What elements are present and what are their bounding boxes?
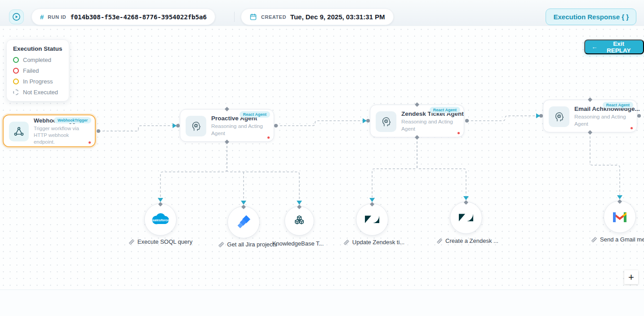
tool-hatch-icon: [343, 239, 350, 246]
tool-node-jira[interactable]: [227, 206, 260, 238]
knowledgebase-cubes-icon: [292, 213, 307, 228]
tool-label-text: Send a Gmail mes: [600, 236, 644, 243]
top-bar: # RUN ID f014b308-f53e-4268-8776-3954022…: [0, 0, 644, 26]
tool-label-salesforce: Execute SOQL query: [129, 238, 192, 245]
run-id-pill: # RUN ID f014b308-f53e-4268-8776-3954022…: [31, 9, 215, 25]
legend-label: In Progress: [23, 78, 53, 85]
run-id-label: RUN ID: [48, 14, 66, 20]
tool-hatch-icon: [436, 238, 443, 244]
legend-item-not-executed: Not Executed: [13, 89, 62, 96]
tool-label-zendesk-update: Update Zendesk ti...: [343, 239, 404, 246]
webhook-icon: [13, 126, 24, 137]
node-email-acknowledge-agent[interactable]: React Agent Email Achknowledge... Reason…: [543, 100, 637, 132]
failed-status-icon: [13, 68, 19, 74]
node-icon-box: [186, 116, 206, 136]
tool-label-text: Create a Zendesk ...: [445, 237, 498, 244]
back-arrow-icon: ←: [591, 44, 598, 50]
node-icon-box: [549, 106, 569, 127]
legend-item-failed: Failed: [13, 67, 62, 74]
tool-label-gmail: Send a Gmail mes: [591, 236, 644, 243]
run-id-value: f014b308-f53e-4268-8776-3954022fb5a6: [70, 13, 206, 21]
header-divider: [234, 12, 235, 22]
tool-label-zendesk-create: Create a Zendesk ...: [436, 237, 498, 244]
legend-label: Failed: [23, 67, 39, 74]
node-icon-box: [9, 122, 29, 141]
completed-status-icon: [13, 57, 19, 63]
legend-title: Execution Status: [13, 45, 62, 52]
tool-label-text: KnowledgeBase T...: [272, 240, 324, 247]
workflow-canvas[interactable]: [0, 26, 644, 290]
created-value: Tue, Dec 9, 2025, 03:31:31 PM: [290, 13, 385, 21]
created-label: CREATED: [261, 14, 286, 20]
status-dot: [631, 127, 633, 129]
node-description: Reasoning and Acting Agent: [401, 118, 459, 132]
node-type-badge: WebhookTrigger: [54, 117, 91, 123]
node-type-badge: React Agent: [240, 111, 270, 118]
tool-hatch-icon: [591, 237, 597, 243]
jira-logo: [235, 213, 253, 231]
tool-label-text: Get all Jira projects: [227, 241, 277, 248]
status-dot: [89, 141, 91, 144]
zendesk-logo: [458, 212, 474, 224]
replay-page: # RUN ID f014b308-f53e-4268-8776-3954022…: [0, 0, 644, 316]
node-proactive-agent[interactable]: React Agent Proactive Agent Reasoning an…: [180, 109, 274, 142]
hash-icon: #: [40, 13, 44, 21]
node-description: Reasoning and Acting Agent: [211, 123, 268, 137]
tool-label-text: Update Zendesk ti...: [352, 239, 404, 246]
status-dot: [267, 136, 270, 139]
node-zendesk-ticket-agent[interactable]: React Agent Zendesk Ticket Agent Reasoni…: [370, 105, 464, 137]
agent-head-icon: [190, 120, 202, 132]
created-pill: CREATED Tue, Dec 9, 2025, 03:31:31 PM: [241, 9, 394, 25]
zendesk-logo: [364, 214, 380, 225]
circle-play-icon: [12, 12, 21, 22]
node-webhook-trigger[interactable]: WebhookTrigger Webhook Trigger Trigger w…: [3, 114, 96, 147]
tool-hatch-icon: [218, 241, 224, 248]
legend-label: Not Executed: [23, 89, 58, 96]
calendar-icon: [249, 13, 257, 21]
agent-head-icon: [380, 115, 392, 127]
tool-node-knowledgebase[interactable]: [284, 206, 314, 236]
legend-label: Completed: [23, 57, 51, 63]
tool-node-zendesk-update[interactable]: [356, 203, 388, 236]
node-description: Trigger workflow via HTTP webhook endpoi…: [34, 125, 89, 145]
legend-item-completed: Completed: [13, 57, 62, 63]
legend-item-in-progress: In Progress: [13, 78, 62, 85]
tool-label-text: Execute SOQL query: [138, 238, 192, 245]
agent-head-icon: [553, 110, 565, 123]
node-icon-box: [376, 111, 396, 132]
svg-text:salesforce: salesforce: [152, 218, 169, 222]
tool-node-salesforce[interactable]: salesforce: [144, 203, 177, 236]
zoom-in-button[interactable]: +: [624, 270, 638, 284]
salesforce-logo: salesforce: [150, 212, 171, 227]
node-type-badge: React Agent: [603, 102, 633, 108]
tool-label-jira: Get all Jira projects: [218, 241, 277, 248]
exit-replay-label: Exit REPLAY: [601, 40, 637, 54]
node-type-badge: React Agent: [430, 107, 460, 113]
not-executed-status-icon: [13, 89, 19, 95]
tool-label-knowledgebase: KnowledgeBase T...: [272, 240, 324, 247]
tool-hatch-icon: [129, 239, 135, 245]
replay-control-bar: Step 0 / 8 0% Speed: 0.5x 1x 1.5x 2x: [0, 290, 644, 316]
run-play-button[interactable]: [9, 9, 24, 24]
execution-status-legend: Execution Status Completed Failed In Pro…: [6, 40, 69, 101]
tool-node-zendesk-create[interactable]: [450, 202, 482, 234]
tool-node-gmail[interactable]: [604, 201, 636, 233]
gmail-logo: [611, 210, 629, 224]
in-progress-status-icon: [13, 79, 19, 84]
status-dot: [457, 132, 460, 134]
exit-replay-button[interactable]: ← Exit REPLAY: [584, 40, 644, 54]
execution-response-button[interactable]: Execution Response { }: [546, 9, 636, 25]
node-description: Reasoning and Acting Agent: [574, 114, 632, 127]
